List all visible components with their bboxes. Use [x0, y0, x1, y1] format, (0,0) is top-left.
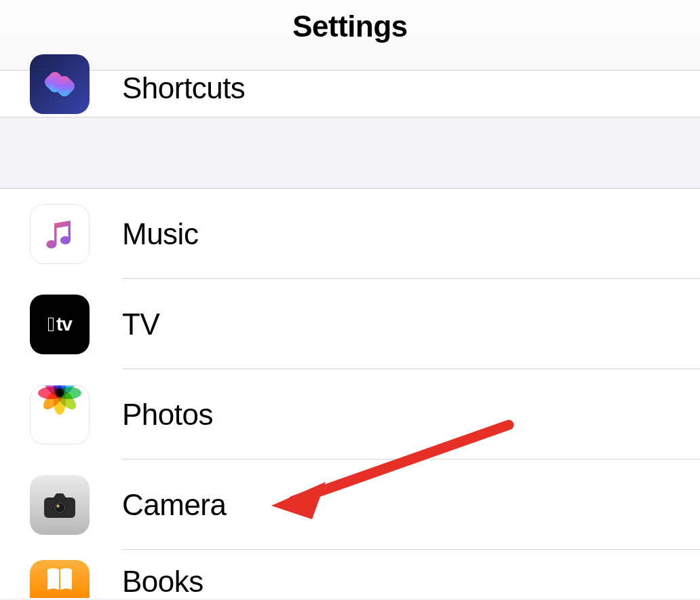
settings-row-photos[interactable]: Photos	[0, 369, 700, 460]
page-title: Settings	[0, 0, 700, 53]
settings-row-camera[interactable]: Camera	[0, 460, 700, 550]
camera-icon	[30, 475, 90, 535]
svg-point-3	[54, 502, 66, 514]
settings-row-music[interactable]: Music	[0, 189, 700, 279]
shortcuts-icon	[30, 54, 90, 114]
row-label: Photos	[122, 398, 213, 432]
books-icon	[30, 560, 90, 598]
settings-group: Shortcuts	[0, 71, 700, 117]
svg-point-5	[56, 504, 59, 507]
row-label: Shortcuts	[122, 73, 245, 103]
settings-row-books[interactable]: Books	[0, 550, 700, 599]
row-label: Camera	[122, 488, 227, 522]
row-label: Music	[122, 217, 198, 251]
music-icon	[30, 204, 90, 264]
settings-row-shortcuts[interactable]: Shortcuts	[0, 71, 700, 117]
apple-logo-icon: 	[47, 313, 55, 336]
settings-row-tv[interactable]:  tv TV	[0, 279, 700, 369]
row-label: TV	[122, 307, 159, 341]
settings-group: Music  tv TV Photos	[0, 189, 700, 599]
photos-icon	[30, 385, 90, 445]
settings-header: Settings	[0, 0, 700, 71]
row-label: Books	[122, 565, 203, 599]
tv-text: tv	[56, 314, 72, 335]
tv-icon:  tv	[30, 295, 90, 354]
section-spacer	[0, 117, 700, 189]
